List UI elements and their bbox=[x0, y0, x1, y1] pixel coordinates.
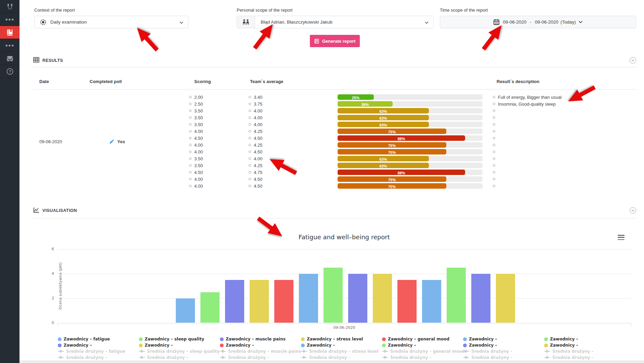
legend-marker-line bbox=[139, 357, 145, 358]
sidebar-item-reports[interactable] bbox=[0, 26, 19, 39]
legend-label: Średnia drużyny – muscle pains bbox=[228, 349, 301, 354]
legend-label: Zawodnicy – fatigue bbox=[64, 337, 110, 341]
legend-label: Zawodnicy – muscle pains bbox=[226, 337, 286, 341]
ellipsis-icon: ●●● bbox=[5, 17, 14, 22]
legend-marker-line bbox=[139, 351, 145, 352]
legend-item[interactable]: Średnia drużyny – bbox=[463, 349, 513, 354]
legend-marker-circle bbox=[301, 344, 305, 347]
legend-label: Średnia drużyny – stress level bbox=[309, 349, 379, 354]
legend-item[interactable]: Zawodnicy – bbox=[463, 343, 497, 348]
legend-label: Średnia drużyny – fatigue bbox=[66, 349, 125, 354]
legend-item[interactable]: Średnia drużyny – bbox=[544, 349, 594, 354]
legend-label: Zawodnicy – sleep quality bbox=[145, 337, 204, 341]
legend-marker-line bbox=[382, 357, 388, 358]
legend-label: Średnia drużyny – bbox=[66, 355, 107, 360]
legend-item[interactable]: Zawodnicy – sleep quality bbox=[139, 337, 204, 341]
legend-marker-line bbox=[220, 357, 226, 358]
sidebar-item-more-bottom[interactable]: ●●● bbox=[0, 39, 19, 52]
legend-item[interactable]: Zawodnicy – fatigue bbox=[58, 337, 110, 341]
legend-label: Zawodnicy – bbox=[388, 343, 416, 348]
legend-marker-line bbox=[463, 357, 469, 358]
legend-label: Zawodnicy – stress level bbox=[307, 337, 363, 341]
legend-item[interactable]: Zawodnicy – bbox=[463, 337, 497, 341]
chart-legend: Zawodnicy – fatigueZawodnicy – sleep qua… bbox=[0, 0, 644, 363]
legend-label: Zawodnicy – bbox=[64, 343, 92, 348]
legend-marker-line bbox=[382, 351, 388, 352]
legend-marker-line bbox=[463, 351, 469, 352]
legend-item[interactable]: Zawodnicy – bbox=[544, 343, 578, 348]
legend-marker-circle bbox=[220, 337, 224, 341]
sidebar-item-more-top[interactable]: ●●● bbox=[0, 13, 19, 26]
org-network-icon bbox=[6, 3, 14, 10]
legend-marker-line bbox=[58, 351, 64, 352]
legend-marker-line bbox=[220, 351, 226, 352]
legend-item[interactable]: Średnia drużyny – bbox=[463, 355, 513, 360]
legend-marker-circle bbox=[382, 337, 386, 341]
ellipsis-icon: ●●● bbox=[5, 43, 14, 48]
legend-item[interactable]: Średnia drużyny – bbox=[382, 355, 432, 360]
legend-label: Zawodnicy – bbox=[550, 337, 578, 341]
legend-marker-circle bbox=[139, 344, 143, 347]
legend-item[interactable]: Średnia drużyny – general mood bbox=[382, 349, 465, 354]
legend-label: Średnia drużyny – bbox=[309, 355, 351, 360]
legend-item[interactable]: Zawodnicy – general mood bbox=[382, 337, 449, 341]
legend-marker-circle bbox=[139, 337, 143, 341]
legend-item[interactable]: Zawodnicy – bbox=[544, 337, 578, 341]
legend-item[interactable]: Średnia drużyny – bbox=[58, 355, 107, 360]
legend-item[interactable]: Średnia drużyny – muscle pains bbox=[220, 349, 301, 354]
legend-marker-circle bbox=[463, 344, 467, 347]
legend-label: Średnia drużyny – bbox=[471, 355, 513, 360]
legend-item[interactable]: Zawodnicy – stress level bbox=[301, 337, 363, 341]
legend-marker-circle bbox=[58, 344, 62, 347]
legend-item[interactable]: Średnia drużyny – bbox=[301, 355, 351, 360]
svg-text:?: ? bbox=[9, 69, 11, 73]
legend-item[interactable]: Zawodnicy – bbox=[58, 343, 92, 348]
legend-marker-circle bbox=[220, 344, 224, 347]
legend-label: Średnia drużyny – bbox=[228, 355, 270, 360]
sidebar-item-lounge[interactable] bbox=[0, 52, 19, 65]
legend-item[interactable]: Średnia drużyny – bbox=[544, 355, 594, 360]
legend-marker-circle bbox=[463, 337, 467, 341]
legend-marker-line bbox=[301, 351, 307, 352]
help-icon: ? bbox=[6, 68, 13, 75]
legend-label: Średnia drużyny – general mood bbox=[390, 349, 465, 354]
legend-item[interactable]: Średnia drużyny – stress level bbox=[301, 349, 379, 354]
legend-marker-line bbox=[544, 351, 550, 352]
legend-label: Zawodnicy – bbox=[307, 343, 335, 348]
legend-marker-line bbox=[301, 357, 307, 358]
legend-marker-circle bbox=[301, 337, 305, 341]
legend-item[interactable]: Średnia drużyny – fatigue bbox=[58, 349, 125, 354]
legend-item[interactable]: Zawodnicy – bbox=[139, 343, 173, 348]
legend-label: Średnia drużyny – bbox=[390, 355, 432, 360]
legend-item[interactable]: Zawodnicy – bbox=[301, 343, 335, 348]
legend-label: Zawodnicy – bbox=[226, 343, 254, 348]
legend-label: Średnia drużyny – sleep quality bbox=[147, 349, 220, 354]
legend-marker-line bbox=[58, 357, 64, 358]
legend-item[interactable]: Zawodnicy – muscle pains bbox=[220, 337, 286, 341]
legend-label: Zawodnicy – bbox=[550, 343, 578, 348]
legend-label: Średnia drużyny – bbox=[147, 355, 188, 360]
sidebar-item-structure[interactable] bbox=[0, 0, 19, 13]
legend-label: Średnia drużyny – bbox=[471, 349, 513, 354]
horizontal-scrollbar[interactable] bbox=[19, 360, 644, 363]
legend-label: Zawodnicy – general mood bbox=[388, 337, 449, 341]
report-page: { "app": {"accent_pink": "#e8437c", "sid… bbox=[0, 0, 644, 363]
book-icon bbox=[6, 29, 13, 36]
legend-marker-circle bbox=[544, 344, 548, 347]
legend-marker-circle bbox=[382, 344, 386, 347]
legend-marker-circle bbox=[544, 337, 548, 341]
sidebar-item-help[interactable]: ? bbox=[0, 65, 19, 78]
sidebar: ●●● ●●● ? bbox=[0, 0, 19, 363]
legend-item[interactable]: Zawodnicy – bbox=[220, 343, 254, 348]
legend-label: Zawodnicy – bbox=[469, 337, 497, 341]
legend-item[interactable]: Średnia drużyny – bbox=[139, 355, 188, 360]
legend-label: Zawodnicy – bbox=[145, 343, 173, 348]
legend-label: Średnia drużyny – bbox=[552, 349, 594, 354]
legend-item[interactable]: Średnia drużyny – bbox=[220, 355, 270, 360]
legend-item[interactable]: Zawodnicy – bbox=[382, 343, 416, 348]
legend-marker-circle bbox=[58, 337, 62, 341]
armchair-icon bbox=[6, 55, 14, 62]
legend-item[interactable]: Średnia drużyny – sleep quality bbox=[139, 349, 220, 354]
legend-label: Zawodnicy – bbox=[469, 343, 497, 348]
legend-label: Średnia drużyny – bbox=[552, 355, 594, 360]
